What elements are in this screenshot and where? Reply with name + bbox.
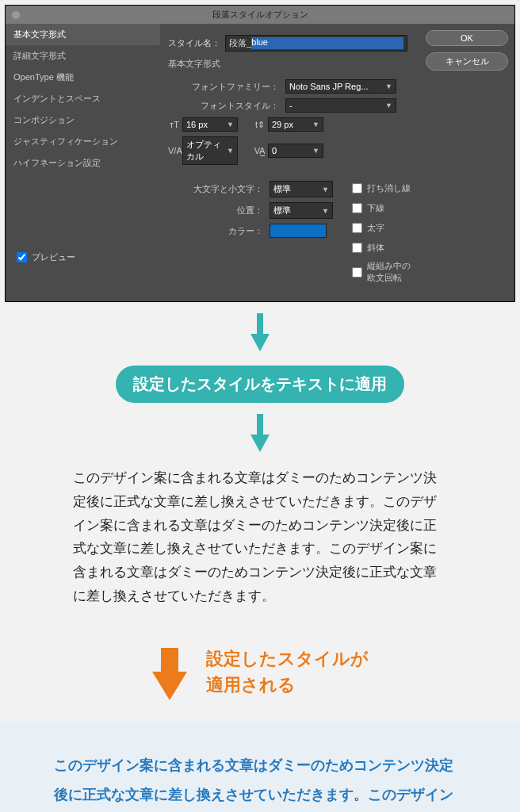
leading-select[interactable]: 29 px▼ [268, 117, 323, 132]
preview-toggle[interactable]: プレビュー [6, 245, 160, 270]
stylename-prefix: 段落_ [229, 37, 251, 49]
arrow-down-icon [250, 334, 270, 351]
titlebar: 段落スタイルオプション [6, 6, 514, 24]
kerning-select[interactable]: オプティカル▼ [182, 136, 238, 165]
dialog-title: 段落スタイルオプション [212, 10, 308, 19]
sidebar-item-justification[interactable]: ジャスティフィケーション [6, 131, 160, 152]
check-italic[interactable]: 斜体 [349, 240, 411, 255]
chevron-down-icon: ▼ [227, 121, 234, 128]
dialog-window: 段落スタイルオプション 基本文字形式 詳細文字形式 OpenType 機能 イン… [5, 5, 515, 302]
stylename-input[interactable]: blue [251, 37, 403, 49]
chevron-down-icon: ▼ [322, 186, 329, 193]
panel: スタイル名： 段落_ blue 基本文字形式 フォントファミリー： Noto S… [160, 24, 419, 301]
cancel-button[interactable]: キャンセル [426, 52, 508, 71]
ok-button[interactable]: OK [426, 30, 508, 46]
fontfamily-select[interactable]: Noto Sans JP Reg...▼ [285, 79, 396, 94]
chevron-down-icon: ▼ [312, 121, 319, 128]
chevron-down-icon: ▼ [312, 147, 319, 155]
arrow-down-icon [152, 672, 187, 700]
callout-apply-style: 設定したスタイルをテキストに適用 [116, 366, 404, 403]
check-tatechuyoko[interactable]: 縦組み中の欧文回転 [349, 260, 411, 284]
chevron-down-icon: ▼ [385, 82, 392, 90]
position-label: 位置： [168, 205, 270, 216]
fontfamily-label: フォントファミリー： [168, 81, 285, 93]
chevron-down-icon: ▼ [227, 147, 234, 155]
chevron-down-icon: ▼ [385, 102, 392, 109]
sidebar-item-indent[interactable]: インデントとスペース [6, 88, 160, 109]
color-swatch[interactable] [270, 224, 327, 238]
preview-checkbox[interactable] [17, 252, 27, 262]
fontstyle-label: フォントスタイル： [168, 100, 285, 112]
arrow-down-icon [250, 435, 270, 452]
sidebar: 基本文字形式 詳細文字形式 OpenType 機能 インデントとスペース コンポ… [6, 24, 160, 301]
fontsize-icon: тT [168, 120, 181, 129]
tracking-icon: VA̲ [254, 146, 266, 156]
sample-text-after: このデザイン案に含まれる文章はダミーのためコンテンツ決定後に正式な文章に差し換え… [0, 722, 520, 813]
check-strikethrough[interactable]: 打ち消し線 [349, 181, 411, 196]
callout-style-applied: 設定したスタイルが 適用される [206, 645, 369, 698]
fontsize-select[interactable]: 16 px▼ [182, 117, 238, 132]
chevron-down-icon: ▼ [322, 207, 329, 215]
position-select[interactable]: 標準▼ [270, 202, 333, 219]
button-column: OK キャンセル [419, 24, 514, 301]
fontstyle-select[interactable]: -▼ [285, 98, 396, 113]
section-heading: 基本文字形式 [168, 58, 411, 70]
check-bold[interactable]: 太字 [349, 220, 411, 236]
stylename-label: スタイル名： [168, 37, 220, 49]
tracking-select[interactable]: 0▼ [268, 144, 323, 158]
sidebar-item-hyphenation[interactable]: ハイフネーション設定 [6, 152, 160, 174]
color-label: カラー： [168, 225, 270, 237]
close-icon[interactable] [12, 11, 20, 19]
preview-label: プレビュー [32, 251, 75, 263]
kerning-icon: V/A [168, 146, 181, 155]
sample-text-before: このデザイン案に含まれる文章はダミーのためコンテンツ決定後に正式な文章に差し換え… [0, 466, 520, 627]
sidebar-item-opentype[interactable]: OpenType 機能 [6, 67, 160, 88]
case-label: 大文字と小文字： [168, 183, 270, 195]
sidebar-item-advanced[interactable]: 詳細文字形式 [6, 45, 160, 67]
sidebar-item-basic[interactable]: 基本文字形式 [6, 24, 160, 45]
case-select[interactable]: 標準▼ [270, 181, 333, 197]
leading-icon: t⇕ [254, 120, 266, 130]
check-underline[interactable]: 下線 [349, 201, 411, 216]
sidebar-item-composition[interactable]: コンポジション [6, 109, 160, 131]
